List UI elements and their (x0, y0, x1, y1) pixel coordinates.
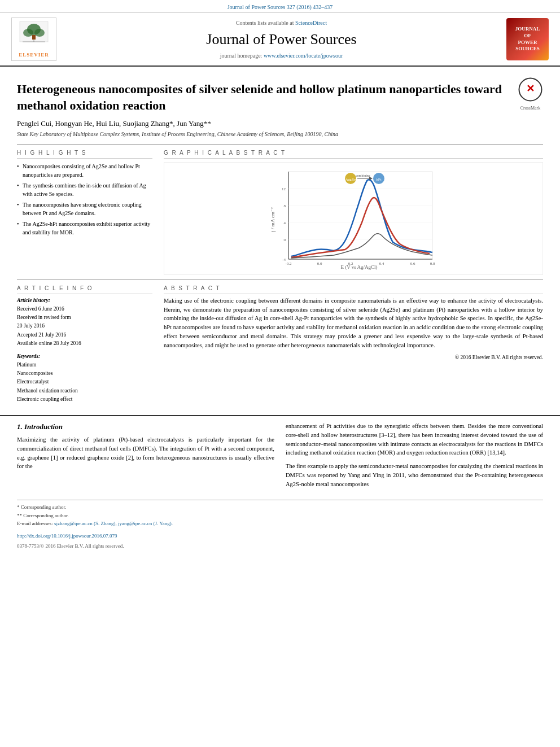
email-footnote: E-mail addresses: sjzhang@ipe.ac.cn (S. … (17, 520, 543, 527)
footnote-1: * Corresponding author. (17, 504, 543, 511)
article-info-section: A R T I C L E I N F O Article history: R… (17, 285, 152, 404)
intro-left: 1. Introduction Maximizing the activity … (17, 422, 274, 488)
elsevier-logo: ELSEVIER (11, 18, 56, 61)
svg-text:j / mA cm⁻²: j / mA cm⁻² (270, 207, 275, 233)
graphical-abstract-label: G R A P H I C A L A B S T R A C T (164, 149, 543, 159)
crossmark-area: ✕ CrossMark (518, 77, 543, 111)
svg-text:-0.2: -0.2 (285, 261, 292, 266)
elsevier-tree-icon (17, 20, 51, 47)
highlights-section: H I G H L I G H T S Nanocomposites consi… (17, 145, 152, 275)
svg-text:0.6: 0.6 (410, 261, 415, 266)
svg-point-2 (23, 29, 33, 37)
title-row: Heterogeneous nanocomposites of silver s… (17, 77, 543, 118)
copyright-text: © 2016 Elsevier B.V. All rights reserved… (164, 354, 543, 361)
journal-header: ELSEVIER Contents lists available at Sci… (0, 13, 560, 67)
svg-rect-4 (32, 35, 36, 40)
footnote-area: * Corresponding author. ** Corresponding… (17, 500, 543, 527)
keyword-4: Methanol oxidation reaction (17, 387, 152, 395)
keywords-label: Keywords: (17, 352, 152, 361)
svg-text:12: 12 (282, 187, 286, 191)
journal-center: Contents lists available at ScienceDirec… (62, 19, 501, 60)
email-link-1[interactable]: sjzhang@ipe.ac.cn (S. Zhang), (54, 521, 117, 526)
svg-text:4: 4 (284, 221, 286, 225)
svg-text:8: 8 (284, 204, 286, 208)
journal-title: Journal of Power Sources (62, 29, 501, 50)
svg-text:hPt: hPt (376, 177, 381, 182)
sciencedirect-link[interactable]: ScienceDirect (295, 20, 327, 26)
elsevier-name: ELSEVIER (14, 51, 54, 59)
svg-text:0.8: 0.8 (430, 261, 435, 266)
footnote-2: ** Corresponding author. (17, 512, 543, 519)
bottom-info: 0378-7753/© 2016 Elsevier B.V. All right… (17, 543, 543, 550)
svg-text:✕: ✕ (526, 83, 535, 94)
article-info-label: A R T I C L E I N F O (17, 285, 152, 294)
svg-point-3 (34, 29, 45, 37)
article-info-abstract: A R T I C L E I N F O Article history: R… (17, 279, 543, 404)
svg-text:0.0: 0.0 (317, 261, 322, 266)
highlights-list: Nanocomposites consisting of Ag2Se and h… (17, 162, 152, 237)
svg-text:Ag₂Se: Ag₂Se (345, 177, 356, 182)
abstract-section: A B S T R A C T Making use of the electr… (164, 285, 543, 404)
received-date: Received 6 June 2016 (17, 305, 152, 313)
doi-section: http://dx.doi.org/10.1016/j.jpowsour.201… (17, 531, 543, 549)
graphical-abstract-image: j / mA cm⁻² E (V vs Ag/AgCl) -0.2 0.0 0.… (164, 162, 543, 275)
crossmark-icon: ✕ (518, 77, 543, 102)
affiliation: State Key Laboratory of Multiphase Compl… (17, 130, 543, 138)
banner-text: Journal of Power Sources 327 (2016) 432–… (228, 4, 333, 10)
abstract-text: Making use of the electronic coupling be… (164, 296, 543, 350)
highlight-item-2: The synthesis combines the in-side out d… (17, 181, 152, 198)
keywords-section: Keywords: Platinum Nanocomposites Electr… (17, 352, 152, 404)
revised-date: 20 July 2016 (17, 322, 152, 330)
svg-text:0.2: 0.2 (348, 261, 353, 266)
highlight-item-1: Nanocomposites consisting of Ag2Se and h… (17, 162, 152, 179)
contents-line: Contents lists available at ScienceDirec… (62, 19, 501, 27)
paper-content: Heterogeneous nanocomposites of silver s… (0, 67, 560, 409)
intro-title: 1. Introduction (17, 422, 274, 432)
homepage-link[interactable]: www.elsevier.com/locate/jpowsour (264, 53, 343, 59)
revised-label: Received in revised form (17, 313, 152, 322)
abstract-label: A B S T R A C T (164, 285, 543, 294)
journal-logo-right: JOURNAL OF POWER SOURCES (506, 18, 549, 60)
svg-rect-9 (288, 172, 432, 259)
svg-text:-4: -4 (282, 257, 286, 262)
intro-right: enhancement of Pt activities due to the … (286, 422, 543, 488)
keyword-5: Electronic coupling effect (17, 395, 152, 404)
highlights-label: H I G H L I G H T S (17, 149, 152, 159)
intro-right-text-2: The first example to apply the semicondu… (286, 462, 543, 488)
main-body: 1. Introduction Maximizing the activity … (0, 415, 560, 555)
paper-title: Heterogeneous nanocomposites of silver s… (17, 81, 509, 113)
graph-svg: j / mA cm⁻² E (V vs Ag/AgCl) -0.2 0.0 0.… (269, 166, 438, 270)
highlight-item-4: The Ag2Se-hPt nanocomposites exhibit sup… (17, 220, 152, 237)
journal-banner: Journal of Power Sources 327 (2016) 432–… (0, 0, 560, 13)
highlights-graphical-section: H I G H L I G H T S Nanocomposites consi… (17, 144, 543, 275)
accepted-date: Accepted 21 July 2016 (17, 331, 152, 339)
graphical-abstract-section: G R A P H I C A L A B S T R A C T j / mA… (164, 145, 543, 275)
email-link-2[interactable]: jyang@ipe.ac.cn (J. Yang). (118, 521, 173, 526)
keyword-3: Electrocatalyst (17, 378, 152, 386)
intro-right-text-1: enhancement of Pt activities due to the … (286, 422, 543, 457)
keyword-2: Nanocomposites (17, 369, 152, 378)
article-history: Article history: Received 6 June 2016 Re… (17, 296, 152, 348)
history-label: Article history: (17, 296, 152, 305)
highlight-item-3: The nanocomposites have strong electroni… (17, 200, 152, 217)
intro-left-text: Maximizing the activity of platinum (Pt)… (17, 435, 274, 471)
svg-text:0: 0 (284, 238, 286, 242)
svg-text:combining: combining (356, 174, 370, 177)
svg-text:0.4: 0.4 (379, 261, 384, 266)
homepage-line: journal homepage: www.elsevier.com/locat… (62, 52, 501, 60)
doi-link[interactable]: http://dx.doi.org/10.1016/j.jpowsour.201… (17, 533, 117, 539)
svg-text:E (V vs Ag/AgCl): E (V vs Ag/AgCl) (340, 264, 377, 270)
available-date: Available online 28 July 2016 (17, 339, 152, 348)
keyword-1: Platinum (17, 361, 152, 369)
authors: Penglei Cui, Hongyan He, Hui Liu, Suojia… (17, 119, 543, 129)
intro-section: 1. Introduction Maximizing the activity … (17, 422, 543, 488)
